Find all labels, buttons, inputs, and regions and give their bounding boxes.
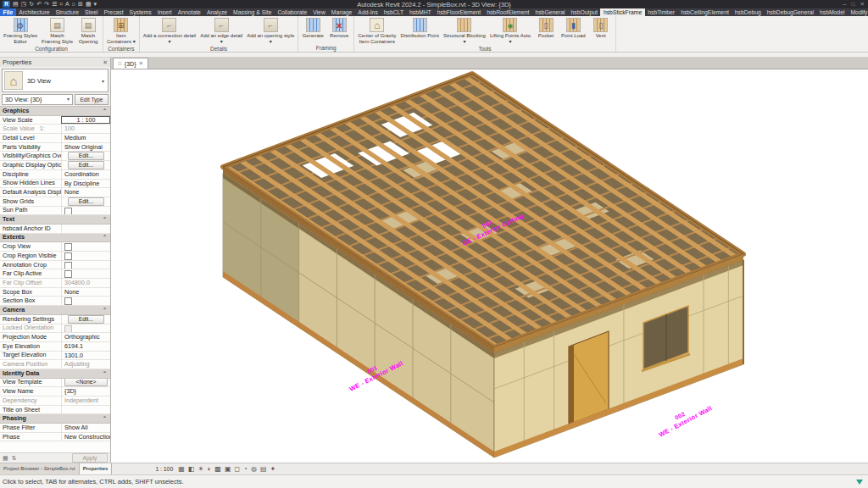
ribbon-tab[interactable]: hsbOutput <box>568 8 600 16</box>
ribbon-button[interactable]: Remove <box>326 17 352 40</box>
3d-model-building[interactable]: 001 CE - Exterior Ceiling 001 WE - Exter… <box>111 69 868 463</box>
view-control-icon[interactable]: ▩ <box>214 465 221 474</box>
property-value[interactable] <box>61 242 110 251</box>
qat-icon[interactable]: ↷ <box>44 1 49 8</box>
close-icon[interactable]: ✕ <box>138 60 142 67</box>
property-value[interactable]: Adjusting <box>61 360 110 369</box>
view-control-icon[interactable]: ▣ <box>225 465 231 474</box>
qat-icon[interactable]: ☰ <box>52 1 57 8</box>
view-control-icon[interactable]: ◧ <box>188 465 195 474</box>
panel-tab[interactable]: Properties <box>80 463 113 474</box>
ribbon-tab[interactable]: Modify <box>848 8 868 16</box>
property-value[interactable]: 304800.0 <box>61 279 110 287</box>
ribbon-button[interactable]: Framing Styles Editor <box>2 17 39 45</box>
property-value[interactable]: {3D} <box>61 387 110 396</box>
ribbon-button[interactable]: Vent <box>588 17 614 40</box>
ribbon-tab[interactable]: hsbCLT <box>381 8 406 16</box>
qat-icon[interactable]: ▤ <box>13 1 19 8</box>
ribbon-tab[interactable]: hsbDebug <box>732 8 764 16</box>
qat-icon[interactable]: ⌗ <box>59 1 63 8</box>
property-value[interactable]: None <box>61 188 110 197</box>
ribbon-button[interactable]: Match Opening <box>75 17 101 45</box>
view-tab-3d[interactable]: ⌂ {3D} ✕ <box>113 58 148 69</box>
property-value[interactable]: Independent <box>61 396 110 405</box>
property-value[interactable]: 100 <box>61 125 110 133</box>
type-selector[interactable]: ⌂ 3D View ▾ <box>2 69 108 92</box>
property-value[interactable]: 6194.1 <box>61 342 110 351</box>
ribbon-tab[interactable]: hsbGeneral <box>532 8 568 16</box>
view-control-icon[interactable]: ✦ <box>270 465 275 474</box>
property-value[interactable]: New Construction <box>61 433 110 441</box>
property-value[interactable]: 1301.0 <box>61 352 110 360</box>
property-value[interactable]: Edit... <box>61 197 110 206</box>
qat-icon[interactable]: ⊞ <box>78 1 83 8</box>
qat-icon[interactable]: ↶ <box>36 1 42 8</box>
ribbon-tab[interactable]: View <box>310 8 329 16</box>
property-value[interactable]: Show All <box>61 424 110 432</box>
property-value[interactable] <box>61 261 110 269</box>
ribbon-tab[interactable]: hsbFloorElement <box>434 8 483 16</box>
chevron-down-icon[interactable]: ▾ <box>102 78 106 84</box>
ribbon-tab[interactable]: Manage <box>328 8 355 16</box>
selection-filter-icon[interactable] <box>856 480 863 485</box>
view-control-icon[interactable]: ◻ <box>234 465 240 474</box>
property-value[interactable] <box>61 297 110 305</box>
property-value[interactable] <box>61 207 110 215</box>
qat-icon[interactable]: ⌂ <box>72 1 75 8</box>
property-value[interactable] <box>61 406 110 414</box>
ribbon-tab[interactable]: Systems <box>126 8 154 16</box>
ribbon-tab[interactable]: Analyze <box>203 8 230 16</box>
property-value[interactable] <box>61 225 110 233</box>
property-value[interactable]: None <box>61 288 110 297</box>
property-value[interactable]: Orthographic <box>61 333 110 341</box>
ribbon-tab[interactable]: hsbTimber <box>645 8 678 16</box>
qat-icon[interactable]: ↻ <box>29 1 34 8</box>
ribbon-button[interactable]: Add an opening style ▾ <box>245 17 296 45</box>
window-control-icon[interactable]: ─ <box>843 1 847 8</box>
property-value[interactable]: Edit... <box>61 161 110 169</box>
3d-viewport[interactable]: 001 CE - Exterior Ceiling 001 WE - Exter… <box>111 69 868 463</box>
property-value[interactable]: Medium <box>61 134 110 142</box>
qat-icon[interactable]: R <box>3 1 10 8</box>
ribbon-tab[interactable]: File <box>0 8 16 16</box>
properties-sort-icon[interactable]: ⇅ <box>12 455 17 462</box>
property-value[interactable] <box>61 324 110 333</box>
property-value[interactable] <box>61 269 110 278</box>
window-control-icon[interactable]: □ <box>852 1 855 8</box>
property-value[interactable]: Show Original <box>61 143 110 152</box>
view-control-icon[interactable]: ◔ <box>243 465 248 474</box>
ribbon-button[interactable]: Add a connection detail ▾ <box>142 17 198 45</box>
property-value[interactable]: <None> <box>61 379 110 387</box>
ribbon-tab[interactable]: Annotate <box>175 8 203 16</box>
ribbon-button[interactable]: Match Framing Style <box>40 17 75 45</box>
property-value[interactable]: 1 : 100 <box>61 116 110 125</box>
window-control-icon[interactable]: ✕ <box>860 1 865 8</box>
qat-icon[interactable]: A <box>65 1 70 8</box>
ribbon-tab[interactable]: hsbDebugGeneral <box>764 8 816 16</box>
ribbon-button[interactable]: Generate <box>300 17 326 40</box>
property-value[interactable]: Edit... <box>61 152 110 160</box>
view-control-icon[interactable]: ▦ <box>178 465 185 474</box>
property-value[interactable]: By Discipline <box>61 180 110 188</box>
ribbon-tab[interactable]: Add-Ins <box>355 8 381 16</box>
property-value[interactable] <box>61 252 110 260</box>
qat-icon[interactable]: ▾ <box>94 1 97 8</box>
ribbon-tab[interactable]: Collaborate <box>275 8 310 16</box>
ribbon-tab[interactable]: hsbStickFrame <box>600 8 644 16</box>
view-control-icon[interactable]: ◐ <box>207 465 211 474</box>
ribbon-button[interactable]: Point Load <box>559 17 587 40</box>
qat-icon[interactable]: ▦ <box>86 1 92 8</box>
edit-type-button[interactable]: Edit Type <box>75 94 108 105</box>
property-value[interactable]: Coordination <box>61 170 110 179</box>
view-control-icon[interactable]: ◍ <box>251 465 257 474</box>
door-opening[interactable] <box>569 331 609 424</box>
properties-help-icon[interactable]: ▦ <box>3 455 8 462</box>
ribbon-button[interactable]: Distribution Point <box>399 17 441 40</box>
property-value[interactable]: Edit... <box>61 315 110 324</box>
view-instance-combo[interactable]: 3D View: {3D} ▾ <box>2 94 73 105</box>
ribbon-tab[interactable]: hsbRoofElement <box>484 8 532 16</box>
ribbon-button[interactable]: Structural Blocking ▾ <box>442 17 487 45</box>
view-control-icon[interactable]: ☀ <box>198 465 203 474</box>
ribbon-tab[interactable]: Insert <box>154 8 175 16</box>
ribbon-tab[interactable]: Architecture <box>16 8 53 16</box>
